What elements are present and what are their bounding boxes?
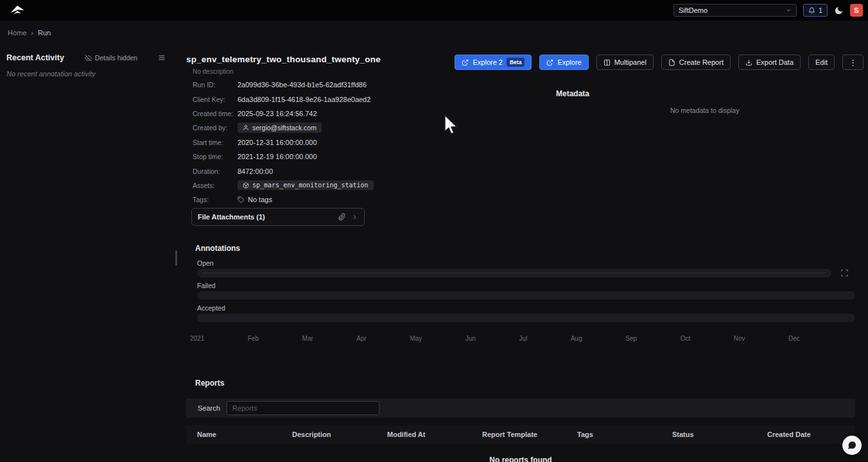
multipanel-label: Multipanel <box>614 58 647 66</box>
mouse-cursor <box>440 114 460 137</box>
explore2-label: Explore 2 <box>473 58 502 66</box>
timeline-tick: Aug <box>571 335 582 342</box>
timeline-tick: Nov <box>734 335 745 342</box>
paperclip-icon <box>338 213 346 221</box>
timeline-tick: May <box>410 335 422 342</box>
breadcrumb-home[interactable]: Home <box>8 29 26 37</box>
org-select[interactable]: SiftDemo <box>673 4 797 17</box>
column-header-report-template[interactable]: Report Template <box>482 431 577 438</box>
lane-label-accepted: Accepted <box>197 304 225 312</box>
avatar[interactable]: S <box>850 4 863 17</box>
notifications-button[interactable]: 1 <box>803 4 828 17</box>
expand-icon[interactable] <box>840 269 849 277</box>
activity-menu-icon[interactable] <box>158 54 166 62</box>
explore-label: Explore <box>557 58 581 66</box>
timeline-tick: Dec <box>788 335 800 342</box>
reports-title: Reports <box>195 379 224 388</box>
app-root: SiftDemo 1 S Home › Run <box>0 0 868 462</box>
client-key-value: 6da3d809-1f15-4618-9e26-1aa928e0aed2 <box>238 96 370 103</box>
chevron-down-icon <box>785 7 792 13</box>
start-time-value: 2020-12-31 16:00:00.000 <box>238 139 317 146</box>
column-header-name[interactable]: Name <box>197 431 292 438</box>
reports-empty-state: No reports found <box>186 456 855 462</box>
timeline-tick: Apr <box>356 335 367 342</box>
sidebar-header: Recent Activity Details hidden <box>6 53 166 62</box>
timeline-tick: 2021 <box>190 335 204 342</box>
detail-row-tags: Tags: No tags <box>193 193 374 207</box>
create-report-button[interactable]: Create Report <box>661 55 731 70</box>
explore2-button[interactable]: Explore 2 Beta <box>455 55 532 70</box>
scrollbar-thumb[interactable] <box>175 250 177 266</box>
file-attachments-label: File Attachments (1) <box>198 213 338 221</box>
create-report-label: Create Report <box>679 58 724 66</box>
timeline-tick: Jul <box>519 335 528 342</box>
lane-label-open: Open <box>197 259 214 267</box>
detail-row-duration: Duration: 8472:00:00 <box>193 164 374 178</box>
details-hidden-label: Details hidden <box>95 54 138 62</box>
annotation-track-accepted[interactable] <box>197 314 855 322</box>
metadata-empty: No metadata to display <box>670 107 739 114</box>
annotation-track-failed[interactable] <box>197 291 855 300</box>
edit-label: Edit <box>815 58 828 66</box>
detail-label: Start time: <box>193 139 238 146</box>
report-file-icon <box>668 59 675 66</box>
timeline-tick: Oct <box>681 335 691 342</box>
explore-button[interactable]: Explore <box>539 55 588 70</box>
tags-value-wrap: No tags <box>238 196 272 203</box>
timeline-tick: Mar <box>302 335 313 342</box>
external-link-icon <box>462 59 469 66</box>
column-header-description[interactable]: Description <box>292 431 387 438</box>
detail-label: Created time: <box>193 110 238 117</box>
details-hidden-toggle[interactable]: Details hidden <box>85 54 138 62</box>
detail-label: Created by: <box>193 124 238 132</box>
multipanel-button[interactable]: Multipanel <box>596 55 654 70</box>
detail-row-client-key: Client Key: 6da3d809-1f15-4618-9e26-1aa9… <box>193 92 374 106</box>
eye-off-icon <box>85 55 92 62</box>
asset-badge[interactable]: sp_mars_env_monitoring_station <box>238 180 374 190</box>
breadcrumb: Home › Run <box>8 29 51 37</box>
detail-label: Tags: <box>193 196 238 203</box>
duration-value: 8472:00:00 <box>238 167 273 175</box>
recent-activity-empty: No recent annotation activity <box>6 70 96 78</box>
chat-bubble-icon <box>847 440 857 450</box>
chat-button[interactable] <box>842 436 862 455</box>
tags-value: No tags <box>248 196 272 203</box>
kebab-menu-icon: ⋮ <box>849 58 857 67</box>
stop-time-value: 2021-12-19 16:00:00.000 <box>238 153 317 160</box>
run-actions: Explore 2 Beta Explore Multipanel Create… <box>455 55 864 70</box>
topbar: SiftDemo 1 S <box>0 0 868 21</box>
org-select-value: SiftDemo <box>679 6 707 14</box>
notification-count: 1 <box>819 6 822 14</box>
breadcrumb-run: Run <box>38 29 51 37</box>
column-header-tags[interactable]: Tags <box>577 431 672 438</box>
detail-row-run-id: Run ID: 2a099d36-36be-493d-b1e5-62adf31f… <box>193 78 374 92</box>
detail-row-assets: Assets: sp_mars_env_monitoring_station <box>193 178 374 193</box>
tag-icon <box>238 196 245 203</box>
created-by-badge[interactable]: sergio@siftstack.com <box>238 123 322 133</box>
topbar-right: SiftDemo 1 S <box>673 4 863 17</box>
reports-search-input[interactable] <box>227 401 379 415</box>
siftstack-logo-icon <box>9 3 26 17</box>
theme-toggle[interactable] <box>834 6 844 15</box>
edit-button[interactable]: Edit <box>808 55 835 70</box>
run-details: Run ID: 2a099d36-36be-493d-b1e5-62adf31f… <box>193 78 374 207</box>
recent-activity-title: Recent Activity <box>6 53 64 62</box>
created-time-value: 2025-09-23 16:24:56.742 <box>238 110 317 117</box>
column-header-status[interactable]: Status <box>672 431 767 438</box>
lane-label-failed: Failed <box>197 282 216 289</box>
beta-badge: Beta <box>507 58 525 67</box>
detail-label: Duration: <box>193 167 238 175</box>
more-actions-button[interactable]: ⋮ <box>842 55 864 70</box>
column-header-modified-at[interactable]: Modified At <box>387 431 482 438</box>
external-link-icon <box>546 59 553 66</box>
export-data-label: Export Data <box>756 58 794 66</box>
detail-label: Client Key: <box>193 96 238 103</box>
annotation-track-open[interactable] <box>197 269 831 277</box>
export-data-button[interactable]: Export Data <box>738 55 801 70</box>
file-attachments-button[interactable]: File Attachments (1) <box>191 208 365 226</box>
file-attachments-icons <box>338 213 358 221</box>
timeline-tick: Jun <box>465 335 476 342</box>
timeline-axis: 2021 Feb Mar Apr May Jun Jul Aug Sep Oct… <box>190 335 800 342</box>
detail-row-created-by: Created by: sergio@siftstack.com <box>193 121 374 135</box>
detail-row-created-time: Created time: 2025-09-23 16:24:56.742 <box>193 107 374 121</box>
